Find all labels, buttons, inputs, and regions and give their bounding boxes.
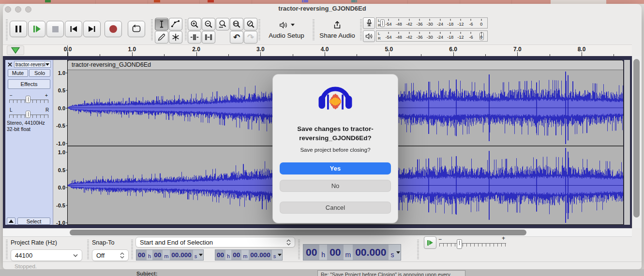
playback-meter[interactable]: L R -54-48-42-36-30-24-18-12-60 — [376, 30, 488, 42]
silence-audio-button[interactable] — [202, 31, 215, 44]
speed-slider-track[interactable] — [439, 243, 506, 247]
play-at-speed-grip[interactable] — [417, 240, 419, 260]
effects-button[interactable]: Effects — [8, 79, 50, 89]
tools-toolbar-grip[interactable] — [151, 19, 153, 41]
play-button[interactable] — [28, 21, 45, 37]
meter-toolbar-grip[interactable] — [360, 19, 362, 41]
selection-toolbar-grip[interactable] — [6, 240, 8, 260]
gain-slider-thumb[interactable] — [26, 96, 30, 103]
ruler-tick — [325, 52, 325, 56]
speed-min-label: − — [438, 236, 442, 243]
zoom-out-button[interactable] — [202, 18, 215, 30]
loop-button[interactable] — [128, 21, 145, 37]
play-at-speed-button[interactable] — [424, 236, 436, 249]
vertical-scrollbar-thumb[interactable] — [633, 59, 640, 218]
amplitude-ruler[interactable]: 1.00.50.0-0.5-1.01.00.50.0-0.5-1.0 — [53, 60, 67, 225]
track-empty-area[interactable] — [624, 60, 630, 225]
time-digits[interactable]: 00.000 — [249, 250, 271, 260]
time-digits[interactable]: 00 — [136, 250, 147, 260]
horizontal-scrollbar-thumb[interactable] — [70, 230, 526, 235]
share-audio-button[interactable]: Share Audio — [315, 16, 359, 43]
track-select-button[interactable]: Select — [17, 218, 50, 225]
time-field-menu-arrow[interactable] — [277, 250, 282, 260]
clip-title-bar[interactable]: tractor-reversing_GJOND6Ed — [68, 60, 623, 70]
pan-left-label: L — [10, 107, 13, 113]
speed-slider-thumb[interactable] — [457, 239, 462, 249]
audio-setup-toolbar-grip[interactable] — [258, 19, 260, 41]
solo-button[interactable]: Solo — [29, 69, 50, 77]
envelope-tool-button[interactable] — [169, 18, 182, 30]
time-field-menu-arrow[interactable] — [396, 245, 401, 260]
background-fragment — [302, 0, 308, 2]
time-field-menu-arrow[interactable] — [198, 250, 203, 260]
zoom-in-button[interactable] — [188, 18, 201, 30]
audio-setup-button[interactable]: Audio Setup — [261, 16, 312, 43]
ruler-label: 2.0 — [192, 46, 200, 53]
pan-slider-thumb[interactable] — [26, 111, 30, 118]
meter-tick — [461, 32, 461, 34]
cancel-button[interactable]: Cancel — [280, 202, 391, 214]
time-digits[interactable]: 00 — [215, 250, 225, 260]
fit-project-button[interactable] — [230, 18, 243, 30]
zoom-toggle-button[interactable] — [244, 18, 257, 30]
undo-button[interactable]: ↶ — [230, 31, 243, 44]
draw-tool-button[interactable] — [155, 31, 168, 44]
pause-button[interactable] — [10, 21, 27, 37]
yes-button[interactable]: Yes — [280, 162, 391, 174]
zoom-out-icon — [204, 19, 213, 29]
pan-right-label: R — [45, 107, 49, 113]
ruler-label: 6.0 — [449, 46, 457, 53]
time-unit-label: s — [389, 245, 396, 260]
meter-tick — [450, 32, 450, 34]
zoom-selection-icon — [218, 19, 227, 29]
time-toolbar-grip[interactable] — [298, 240, 300, 260]
time-unit-label: h — [319, 245, 327, 260]
record-button[interactable] — [105, 21, 122, 37]
time-digits[interactable]: 00.000 — [170, 250, 193, 260]
snap-toolbar-grip[interactable] — [87, 240, 89, 260]
selection-end-time-field[interactable]: 00h00m00.000s — [215, 249, 283, 261]
selection-tool-button[interactable] — [155, 18, 168, 30]
project-rate-combobox[interactable]: 44100 — [11, 249, 82, 261]
multi-tool-icon — [171, 32, 180, 42]
desktop-background-strip — [0, 0, 644, 4]
selection-range-mode-select[interactable]: Start and End of Selection — [135, 237, 295, 247]
time-digits[interactable]: 00 — [327, 245, 343, 260]
time-digits[interactable]: 00.000 — [353, 245, 389, 260]
timeline-ruler[interactable]: 0.01.02.03.04.05.06.07.08.0 — [3, 44, 632, 56]
time-unit-label: m — [163, 250, 170, 260]
track-name-menu[interactable]: tractor-reversi — [14, 61, 51, 68]
time-digits[interactable]: 00 — [303, 245, 319, 260]
microphone-icon — [364, 18, 374, 28]
time-digits[interactable]: 00 — [231, 250, 241, 260]
snap-to-select[interactable]: Off — [92, 249, 129, 261]
pinned-playhead-button[interactable] — [7, 45, 24, 55]
recording-volume-slider[interactable] — [380, 19, 385, 27]
trim-audio-button[interactable] — [188, 31, 201, 44]
edit-toolbar-grip[interactable] — [185, 19, 187, 41]
transport-toolbar-grip[interactable] — [6, 19, 8, 41]
stop-button[interactable] — [46, 21, 64, 37]
skip-to-start-button[interactable] — [65, 21, 82, 37]
record-meter-device-button[interactable] — [363, 17, 375, 29]
meter-tick — [450, 19, 450, 21]
screen: tractor-reversing_GJOND6Ed — [0, 0, 644, 276]
no-button[interactable]: No — [280, 180, 391, 192]
meter-tick — [399, 19, 399, 21]
speaker-icon — [278, 20, 289, 30]
mute-button[interactable]: Mute — [8, 69, 28, 77]
time-digits[interactable]: 00 — [152, 250, 163, 260]
multi-tool-button[interactable] — [169, 31, 182, 44]
play-meter-device-button[interactable] — [363, 30, 375, 42]
skip-to-end-button[interactable] — [83, 21, 101, 37]
zoom-to-selection-button[interactable] — [216, 18, 229, 30]
track-close-button[interactable] — [6, 61, 14, 68]
selection-range-grip[interactable] — [131, 240, 133, 260]
audio-position-time-field[interactable]: 00h00m00.000s — [303, 244, 401, 261]
recording-meter[interactable]: L R -54-48-42-36-30-24-18-12-60 — [376, 17, 488, 29]
redo-button[interactable]: ↷ — [244, 31, 257, 44]
selection-start-time-field[interactable]: 00h00m00.000s — [136, 249, 204, 261]
collapse-track-button[interactable] — [7, 218, 15, 225]
meter-scale-label: -30 — [427, 35, 433, 40]
share-audio-toolbar-grip[interactable] — [313, 19, 315, 41]
